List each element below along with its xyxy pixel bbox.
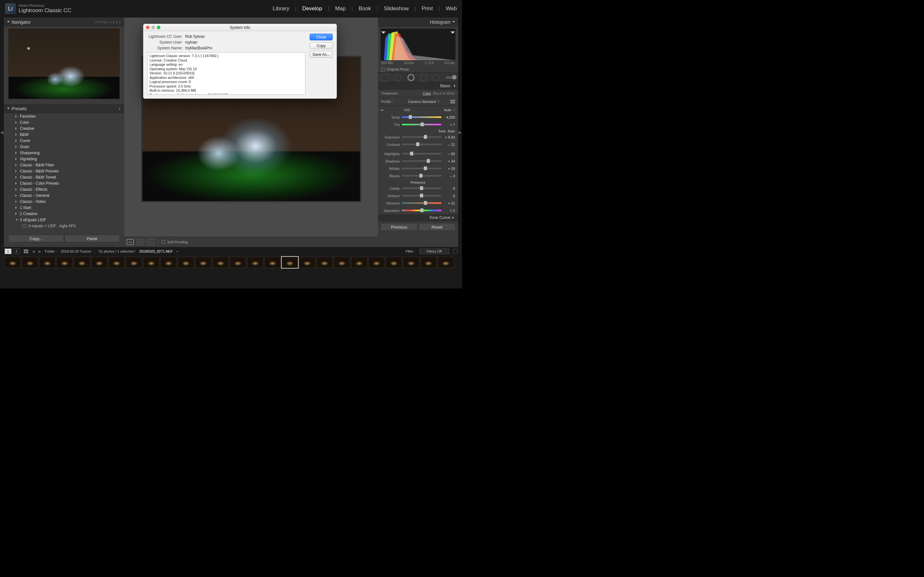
- monitor-2[interactable]: 2: [13, 248, 20, 254]
- temp-slider[interactable]: [402, 116, 441, 118]
- collapse-left-icon[interactable]: ◀: [0, 18, 4, 247]
- filmstrip-thumb[interactable]: [126, 257, 142, 268]
- wb-auto[interactable]: Auto: [444, 108, 451, 112]
- shadows-slider[interactable]: [402, 160, 441, 162]
- preset-group[interactable]: Classic - Effects: [4, 186, 124, 192]
- exposure-slider[interactable]: [402, 136, 441, 138]
- tint-value[interactable]: + 7: [443, 123, 455, 127]
- collapse-right-icon[interactable]: ▶: [458, 18, 462, 247]
- profile-dropdown[interactable]: Camera Standard: [408, 100, 436, 103]
- contrast-value[interactable]: – 21: [443, 143, 455, 147]
- preset-group[interactable]: 1 Start: [4, 205, 124, 211]
- previous-button[interactable]: Previous: [381, 223, 418, 231]
- reset-button[interactable]: Reset: [418, 223, 456, 231]
- blacks-slider[interactable]: [402, 175, 441, 177]
- filter-dropdown[interactable]: Filters Off: [419, 248, 449, 254]
- filmstrip-thumb[interactable]: [160, 257, 177, 268]
- preset-group[interactable]: Grain: [4, 143, 124, 150]
- filmstrip-thumb[interactable]: [386, 257, 402, 268]
- filmstrip-thumb[interactable]: [178, 257, 194, 268]
- dialog-saveas-button[interactable]: Save As...: [310, 51, 333, 58]
- disclosure-icon[interactable]: [452, 216, 455, 219]
- nav-fwd-icon[interactable]: ▶: [39, 250, 41, 253]
- filmstrip-thumb[interactable]: [39, 257, 55, 268]
- copy-settings-button[interactable]: Copy...: [8, 235, 64, 242]
- preset-group[interactable]: Classic - General: [4, 192, 124, 198]
- clarity-value[interactable]: 0: [443, 187, 455, 190]
- module-print[interactable]: Print: [422, 5, 433, 12]
- clarity-slider[interactable]: [402, 187, 441, 189]
- dialog-titlebar[interactable]: System Info: [144, 24, 336, 31]
- filmstrip-thumb[interactable]: [420, 257, 437, 268]
- module-develop[interactable]: Develop: [302, 5, 322, 12]
- disclosure-icon[interactable]: [452, 85, 455, 87]
- dehaze-value[interactable]: 0: [443, 194, 455, 198]
- paste-settings-button[interactable]: Paste: [65, 235, 120, 242]
- compare-icon[interactable]: Y|Y: [147, 239, 154, 245]
- grid-view-icon[interactable]: [24, 250, 28, 253]
- filmstrip-thumb[interactable]: [230, 257, 246, 268]
- vibrance-value[interactable]: + 21: [443, 201, 455, 205]
- preset-group[interactable]: Classic - Video: [4, 198, 124, 205]
- filmstrip-thumb[interactable]: [143, 257, 160, 268]
- preset-group[interactable]: Sharpening: [4, 150, 124, 156]
- filmstrip-thumb[interactable]: [91, 257, 107, 268]
- crop-tool-icon[interactable]: [381, 74, 388, 81]
- preset-group[interactable]: Vignetting: [4, 156, 124, 162]
- whites-slider[interactable]: [402, 168, 441, 169]
- system-info-textarea[interactable]: Lightroom Classic version: 7.3.1 [ 11676…: [147, 52, 305, 95]
- contrast-slider[interactable]: [402, 143, 441, 145]
- histogram[interactable]: [381, 29, 456, 61]
- monitor-1[interactable]: 1: [5, 248, 11, 254]
- module-map[interactable]: Map: [335, 5, 346, 12]
- exposure-value[interactable]: + 0.93: [443, 135, 455, 139]
- filmstrip-thumb[interactable]: [282, 257, 298, 268]
- blacks-value[interactable]: – 3: [443, 174, 455, 178]
- filmstrip-thumb[interactable]: [195, 257, 212, 268]
- filmstrip-thumb[interactable]: [299, 257, 315, 268]
- preset-group[interactable]: Classic - B&W Toned: [4, 174, 124, 180]
- filmstrip-thumb[interactable]: [438, 257, 454, 268]
- preset-group-expanded[interactable]: 3 xEquals LIDF: [4, 217, 124, 223]
- filmstrip-thumb[interactable]: [108, 257, 125, 268]
- tone-auto[interactable]: Auto: [447, 129, 458, 133]
- preset-group[interactable]: Color: [4, 119, 124, 125]
- disclosure-icon[interactable]: [7, 108, 10, 110]
- filmstrip-thumb[interactable]: [74, 257, 90, 268]
- saturation-value[interactable]: + 2: [443, 209, 455, 213]
- disclosure-icon[interactable]: [452, 21, 455, 24]
- preset-group[interactable]: Creative: [4, 125, 124, 131]
- filmstrip-thumb[interactable]: [368, 257, 384, 268]
- preset-group[interactable]: Curve: [4, 137, 124, 143]
- filmstrip-thumb[interactable]: [334, 257, 350, 268]
- preset-group[interactable]: Favorites: [4, 113, 124, 119]
- tint-slider[interactable]: [402, 124, 441, 125]
- brush-size-slider[interactable]: [446, 76, 455, 79]
- window-minimize-icon[interactable]: [152, 26, 155, 29]
- wb-picker-icon[interactable]: ✎: [380, 106, 388, 114]
- add-preset-icon[interactable]: +: [118, 106, 121, 111]
- treatment-bw[interactable]: Black & White: [433, 91, 455, 95]
- navigator-thumbnail[interactable]: [8, 29, 120, 99]
- redeye-tool-icon[interactable]: [407, 74, 415, 81]
- highlights-slider[interactable]: [402, 153, 441, 155]
- before-after-icon[interactable]: R|A: [137, 239, 144, 245]
- module-slideshow[interactable]: Slideshow: [384, 5, 409, 12]
- treatment-color[interactable]: Color: [423, 91, 431, 95]
- filmstrip-thumb[interactable]: [351, 257, 367, 268]
- dialog-close-button[interactable]: Close: [310, 34, 333, 40]
- radial-tool-icon[interactable]: [433, 74, 439, 81]
- window-close-icon[interactable]: [146, 26, 150, 29]
- loupe-view-icon[interactable]: ▭: [127, 239, 134, 245]
- module-library[interactable]: Library: [273, 5, 289, 12]
- spot-tool-icon[interactable]: [394, 74, 401, 81]
- preset-group[interactable]: 2 Creative: [4, 211, 124, 217]
- filmstrip-thumb[interactable]: [264, 257, 281, 268]
- window-zoom-icon[interactable]: [157, 26, 160, 29]
- nav-back-icon[interactable]: ◀: [32, 250, 35, 253]
- disclosure-icon[interactable]: [7, 21, 10, 24]
- soft-proofing-checkbox[interactable]: [162, 240, 165, 243]
- filmstrip-thumb[interactable]: [247, 257, 263, 268]
- preset-group[interactable]: B&W: [4, 131, 124, 137]
- filmstrip-thumb[interactable]: [57, 257, 73, 268]
